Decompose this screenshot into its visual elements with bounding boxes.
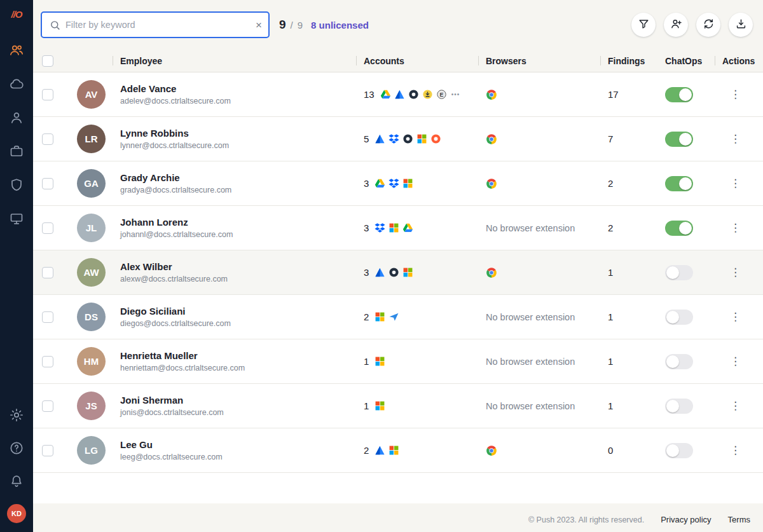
chatops-toggle[interactable] (665, 310, 693, 325)
accounts-count: 5 (364, 133, 369, 144)
table-row: AV Adele Vance adelev@docs.ctrlaltsecure… (33, 72, 763, 117)
chrome-icon (486, 89, 497, 100)
row-actions-button[interactable]: ⋮ (730, 177, 741, 190)
row-checkbox[interactable] (42, 89, 53, 100)
row-actions-button[interactable]: ⋮ (730, 266, 741, 279)
people-icon (9, 43, 24, 58)
sidebar-item-help[interactable] (9, 440, 24, 456)
toggle-knob (679, 222, 692, 235)
row-actions-button[interactable]: ⋮ (730, 444, 741, 457)
add-user-button[interactable] (664, 13, 688, 37)
accounts-count: 1 (364, 356, 369, 367)
row-checkbox[interactable] (42, 400, 53, 412)
chatops-toggle[interactable] (665, 132, 693, 147)
toggle-knob (679, 133, 692, 146)
browser-cell: No browser extension (478, 312, 600, 322)
employee-name: Lee Gu (120, 439, 356, 450)
column-header-accounts: Accounts (356, 50, 478, 72)
chatops-toggle[interactable] (665, 443, 693, 458)
search-icon (50, 20, 60, 31)
accounts-count: 2 (364, 445, 369, 456)
privacy-policy-link[interactable]: Privacy policy (661, 515, 711, 524)
row-checkbox[interactable] (42, 222, 53, 234)
filter-button[interactable] (631, 13, 656, 37)
terms-link[interactable]: Terms (728, 515, 750, 524)
refresh-icon (703, 18, 715, 32)
help-icon (9, 440, 24, 456)
row-actions-button[interactable]: ⋮ (730, 399, 741, 413)
result-counts: 9 / 9 8 unlicensed (279, 18, 369, 32)
toolbar: × 9 / 9 8 unlicensed (33, 0, 763, 50)
employee-name: Joni Sherman (120, 395, 356, 406)
download-icon (735, 18, 747, 32)
cloud-icon (9, 76, 24, 92)
account-icons (375, 178, 413, 189)
browser-cell (478, 178, 600, 189)
count-divider: / (291, 20, 293, 31)
row-checkbox[interactable] (42, 445, 53, 456)
toggle-knob (666, 266, 679, 279)
microsoft-icon (375, 311, 385, 322)
sidebar-item-briefcase[interactable] (9, 144, 24, 159)
more-accounts-button[interactable]: ••• (451, 91, 460, 98)
findings-count: 0 (600, 445, 665, 456)
sidebar-item-settings[interactable] (9, 407, 24, 423)
toggle-knob (666, 444, 679, 457)
row-checkbox[interactable] (42, 133, 53, 145)
chatops-toggle[interactable] (665, 399, 693, 414)
microsoft-icon (402, 178, 413, 189)
search-input[interactable] (60, 20, 256, 30)
orange-circle-icon (430, 133, 441, 144)
sidebar-item-shield[interactable] (9, 177, 24, 193)
row-checkbox[interactable] (42, 178, 53, 189)
user-plus-icon (670, 18, 682, 32)
row-actions-button[interactable]: ⋮ (730, 132, 741, 146)
row-checkbox[interactable] (42, 356, 53, 367)
chatops-toggle[interactable] (665, 221, 693, 236)
copyright-text: © Push 2023. All rights reserved. (528, 515, 644, 524)
findings-count: 1 (600, 267, 665, 278)
row-actions-button[interactable]: ⋮ (730, 221, 741, 235)
table-row: GA Grady Archie gradya@docs.ctrlaltsecur… (33, 161, 763, 206)
sidebar-item-cloud[interactable] (9, 76, 24, 92)
account-icons (375, 311, 399, 322)
row-checkbox[interactable] (42, 267, 53, 278)
chatops-toggle[interactable] (665, 265, 693, 280)
microsoft-icon (416, 133, 427, 144)
avatar: LR (77, 125, 106, 153)
microsoft-icon (402, 267, 413, 278)
row-checkbox[interactable] (42, 311, 53, 323)
chatops-toggle[interactable] (665, 87, 693, 102)
row-actions-button[interactable]: ⋮ (730, 310, 741, 324)
sidebar-item-monitor[interactable] (9, 211, 24, 226)
paper-plane-icon (388, 311, 399, 322)
avatar: AW (77, 258, 106, 287)
toggle-knob (679, 88, 692, 101)
clear-search-button[interactable]: × (256, 20, 262, 31)
row-actions-button[interactable]: ⋮ (730, 355, 741, 368)
avatar: HM (77, 347, 106, 376)
dropbox-icon (375, 222, 385, 233)
no-browser-extension-label: No browser extension (486, 357, 575, 367)
sidebar-item-notifications[interactable] (9, 474, 24, 489)
user-avatar[interactable]: KD (7, 504, 26, 523)
table-body: AV Adele Vance adelev@docs.ctrlaltsecure… (33, 72, 763, 473)
chatops-toggle[interactable] (665, 354, 693, 369)
toggle-knob (666, 400, 679, 413)
atlassian-icon (375, 445, 385, 456)
chatops-toggle[interactable] (665, 176, 693, 191)
svg-text:E: E (439, 92, 443, 98)
filter-icon (638, 18, 650, 32)
export-download-button[interactable] (729, 13, 753, 37)
unlicensed-link[interactable]: 8 unlicensed (311, 20, 369, 31)
sidebar-item-people[interactable] (9, 43, 24, 58)
sidebar-nav (9, 43, 24, 226)
dark-circle-icon (402, 133, 413, 144)
refresh-button[interactable] (696, 13, 720, 37)
employee-email: alexw@docs.ctrlaltsecure.com (120, 275, 356, 283)
accounts-count: 1 (364, 400, 369, 411)
dropbox-icon (388, 178, 399, 189)
row-actions-button[interactable]: ⋮ (730, 88, 741, 101)
sidebar-item-person[interactable] (9, 110, 24, 125)
select-all-checkbox[interactable] (42, 55, 53, 67)
